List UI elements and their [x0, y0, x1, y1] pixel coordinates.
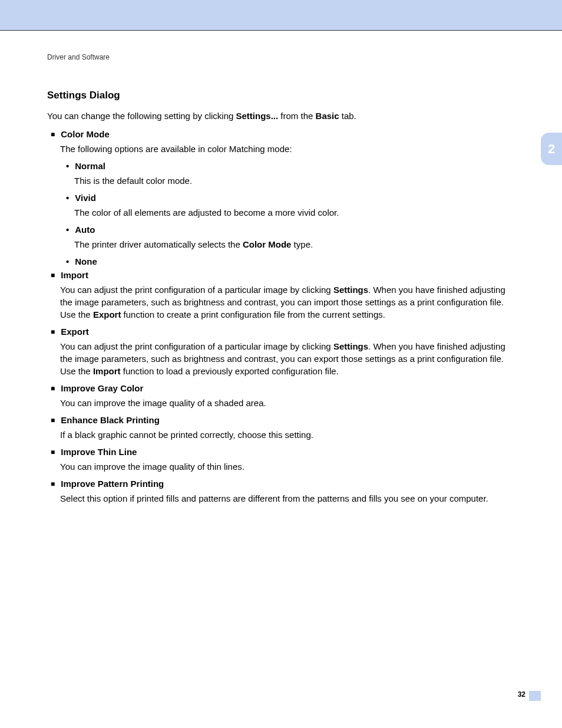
dot-bullet-icon: • — [66, 193, 69, 203]
subitem-label: None — [75, 256, 97, 266]
import-bold2: Export — [93, 309, 121, 319]
square-bullet-icon: ■ — [51, 328, 55, 336]
subitem-body: The color of all elements are adjusted t… — [74, 206, 515, 219]
import-post: function to create a print configuration… — [121, 309, 385, 319]
subitem-auto: • Auto — [66, 225, 515, 235]
chapter-tab: 2 — [541, 133, 562, 165]
item-body: You can improve the image quality of thi… — [60, 460, 515, 473]
auto-body-post: type. — [291, 239, 313, 249]
import-bold1: Settings — [333, 285, 368, 295]
section-title: Settings Dialog — [47, 90, 515, 101]
page-number: 32 — [518, 690, 525, 699]
subitem-normal: • Normal — [66, 161, 515, 171]
item-label: Color Mode — [61, 129, 110, 139]
intro-post: tab. — [339, 111, 356, 121]
item-import: ■ Import — [51, 270, 515, 280]
item-body: You can adjust the print configuration o… — [60, 284, 515, 321]
dot-bullet-icon: • — [66, 225, 69, 235]
item-label: Improve Thin Line — [61, 447, 137, 457]
square-bullet-icon: ■ — [51, 416, 55, 424]
export-pre: You can adjust the print configuration o… — [60, 341, 333, 351]
item-label: Import — [61, 270, 88, 280]
item-body: You can improve the image quality of a s… — [60, 397, 515, 409]
item-enhance-black: ■ Enhance Black Printing — [51, 415, 515, 425]
item-color-mode: ■ Color Mode — [51, 129, 515, 139]
item-label: Export — [61, 327, 89, 337]
intro-bold-basic: Basic — [316, 111, 339, 121]
intro-mid: from the — [278, 111, 315, 121]
square-bullet-icon: ■ — [51, 271, 55, 279]
item-export: ■ Export — [51, 327, 515, 337]
subitem-label: Auto — [75, 225, 95, 235]
header-bar — [0, 0, 562, 31]
subitem-body: This is the default color mode. — [74, 174, 515, 187]
intro-bold-settings: Settings... — [236, 111, 279, 121]
export-post: function to load a previously exported c… — [121, 366, 339, 376]
item-improve-pattern: ■ Improve Pattern Printing — [51, 479, 515, 489]
item-label: Improve Gray Color — [61, 383, 143, 393]
export-bold2: Import — [93, 366, 121, 376]
item-label: Enhance Black Printing — [61, 415, 160, 425]
page-content: Driver and Software Settings Dialog You … — [0, 31, 562, 505]
subitem-none: • None — [66, 256, 515, 266]
subitem-vivid: • Vivid — [66, 193, 515, 203]
page-marker — [529, 691, 541, 701]
intro-text: You can change the following setting by … — [47, 111, 515, 121]
running-header: Driver and Software — [47, 53, 515, 61]
square-bullet-icon: ■ — [51, 384, 55, 393]
subitem-label: Vivid — [75, 193, 96, 203]
square-bullet-icon: ■ — [51, 480, 55, 488]
subitem-label: Normal — [75, 161, 105, 171]
intro-pre: You can change the following setting by … — [47, 111, 236, 121]
item-body: If a black graphic cannot be printed cor… — [60, 429, 515, 441]
item-body: You can adjust the print configuration o… — [60, 340, 515, 377]
dot-bullet-icon: • — [66, 256, 69, 266]
item-label: Improve Pattern Printing — [61, 479, 164, 489]
item-body: The following options are available in c… — [60, 143, 515, 155]
auto-body-bold: Color Mode — [243, 239, 292, 249]
item-improve-gray: ■ Improve Gray Color — [51, 383, 515, 393]
dot-bullet-icon: • — [66, 161, 69, 171]
square-bullet-icon: ■ — [51, 130, 55, 139]
auto-body-pre: The printer driver automatically selects… — [74, 239, 243, 249]
import-pre: You can adjust the print configuration o… — [60, 285, 333, 295]
export-bold1: Settings — [333, 341, 368, 351]
item-body: Select this option if printed fills and … — [60, 492, 515, 505]
square-bullet-icon: ■ — [51, 448, 55, 456]
item-improve-thin: ■ Improve Thin Line — [51, 447, 515, 457]
subitem-body: The printer driver automatically selects… — [74, 238, 515, 251]
